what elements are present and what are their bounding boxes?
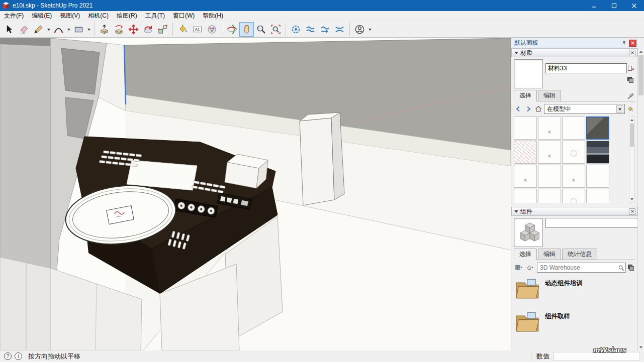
scroll-up-arrow[interactable] xyxy=(638,48,644,55)
menu-edit[interactable]: 编辑(E) xyxy=(28,11,56,21)
move-tool-button[interactable] xyxy=(126,22,141,37)
arc-tool-dropdown[interactable] xyxy=(66,22,71,37)
view-options-button[interactable] xyxy=(514,263,524,272)
paint-model-button[interactable] xyxy=(626,104,635,113)
material-swatch[interactable] xyxy=(514,116,537,140)
followme-tool-button[interactable] xyxy=(112,22,126,37)
styles-tool-button[interactable] xyxy=(205,22,219,37)
account-button[interactable] xyxy=(352,22,367,37)
components-pane-button[interactable] xyxy=(627,263,635,272)
material-swatch[interactable] xyxy=(562,116,585,140)
materials-section-body: 选择 编辑 xyxy=(511,57,637,205)
component-name-input[interactable] xyxy=(545,218,639,228)
rectangle-tool-button[interactable] xyxy=(71,22,86,37)
info-icon[interactable]: i xyxy=(15,352,22,360)
material-swatch[interactable] xyxy=(562,141,585,164)
menu-camera[interactable]: 相机(C) xyxy=(84,11,113,21)
material-swatch[interactable] xyxy=(538,116,561,140)
cabinet-panel[interactable] xyxy=(61,48,100,94)
materials-section-header[interactable]: 材质 xyxy=(511,48,637,57)
pushpull-tool-button[interactable] xyxy=(97,22,112,37)
help-icon[interactable]: ? xyxy=(4,352,12,360)
viewport[interactable] xyxy=(0,38,511,350)
scroll-down-arrow[interactable] xyxy=(629,196,634,202)
material-swatch[interactable] xyxy=(586,141,609,164)
menu-tools[interactable]: 工具(T) xyxy=(141,11,169,21)
speaker-box[interactable] xyxy=(300,112,344,205)
close-button[interactable] xyxy=(624,0,644,11)
section-display-toggle-button[interactable] xyxy=(303,22,318,37)
components-tab-select[interactable]: 选择 xyxy=(514,249,537,260)
desk-box[interactable] xyxy=(225,154,268,188)
minimize-button[interactable] xyxy=(584,0,604,11)
panel-pin-button[interactable] xyxy=(620,39,628,47)
viewport-3d-scene[interactable] xyxy=(0,38,511,350)
menu-view[interactable]: 视图(V) xyxy=(56,11,84,21)
eraser-tool-button[interactable] xyxy=(17,22,31,37)
measurement-input[interactable] xyxy=(554,352,640,360)
panel-close-button[interactable] xyxy=(629,40,636,47)
menu-window[interactable]: 窗口(W) xyxy=(169,11,199,21)
maximize-button[interactable] xyxy=(604,0,624,11)
secondary-pane-icon xyxy=(627,264,634,271)
menu-file[interactable]: 文件(F) xyxy=(0,11,28,21)
forward-button[interactable] xyxy=(524,104,533,113)
materials-tab-select[interactable]: 选择 xyxy=(514,90,537,101)
material-swatch[interactable] xyxy=(514,189,537,203)
components-tab-edit[interactable]: 编辑 xyxy=(538,249,561,260)
scale-tool-button[interactable] xyxy=(155,22,170,37)
back-button[interactable] xyxy=(514,104,523,113)
menu-draw[interactable]: 绘图(R) xyxy=(113,11,141,21)
text-tool-button[interactable]: A1 xyxy=(190,22,205,37)
material-swatch-selected[interactable] xyxy=(586,116,609,140)
material-swatch[interactable] xyxy=(562,189,585,203)
section-cuts-toggle-button[interactable] xyxy=(318,22,332,37)
materials-scope-dropdown[interactable]: 在模型中 xyxy=(544,104,625,114)
secondary-pane-icon xyxy=(627,76,634,83)
material-swatch[interactable] xyxy=(538,165,561,188)
cabinet-doors[interactable] xyxy=(0,257,50,350)
components-close-button[interactable] xyxy=(629,208,635,215)
pan-tool-button[interactable] xyxy=(239,22,254,37)
menu-help[interactable]: 帮助(H) xyxy=(199,11,227,21)
arc-tool-button[interactable] xyxy=(51,22,66,37)
section-fill-toggle-button[interactable] xyxy=(332,22,347,37)
scrollbar-thumb[interactable] xyxy=(630,124,634,147)
rotate-tool-button[interactable] xyxy=(141,22,155,37)
components-search-input[interactable] xyxy=(540,264,618,271)
components-section-header[interactable]: 组件 xyxy=(511,207,637,216)
material-swatch[interactable] xyxy=(586,165,609,188)
material-swatch[interactable] xyxy=(586,189,609,203)
zoom-extents-tool-button[interactable] xyxy=(268,22,283,37)
material-swatch[interactable] xyxy=(538,189,561,203)
secondary-pane-button[interactable] xyxy=(626,75,635,84)
material-name-input[interactable] xyxy=(545,63,627,73)
orbit-tool-button[interactable] xyxy=(225,22,239,37)
account-dropdown[interactable] xyxy=(367,22,373,37)
paint-bucket-tool-button[interactable] xyxy=(175,22,190,37)
line-tool-dropdown[interactable] xyxy=(46,22,51,37)
rectangle-tool-dropdown[interactable] xyxy=(86,22,91,37)
materials-home-button[interactable] xyxy=(534,104,543,113)
zoom-tool-button[interactable] xyxy=(254,22,268,37)
components-home-button[interactable] xyxy=(525,263,536,272)
panel-scrollbar[interactable] xyxy=(637,48,644,350)
create-material-button[interactable] xyxy=(627,64,635,73)
scroll-down-arrow[interactable] xyxy=(638,344,644,350)
section-plane-tool-button[interactable] xyxy=(289,22,303,37)
scrollbar-thumb[interactable] xyxy=(638,55,643,95)
scroll-up-arrow[interactable] xyxy=(629,117,634,123)
material-swatch[interactable] xyxy=(514,165,537,188)
materials-close-button[interactable] xyxy=(629,50,635,56)
materials-scrollbar[interactable] xyxy=(629,116,635,203)
material-swatch[interactable] xyxy=(562,165,585,188)
select-tool-button[interactable] xyxy=(2,22,17,37)
material-swatch[interactable] xyxy=(514,141,537,164)
component-list-item[interactable]: 组件取样 xyxy=(514,309,635,335)
materials-tab-edit[interactable]: 编辑 xyxy=(538,90,561,101)
material-swatch[interactable] xyxy=(538,141,561,164)
line-tool-button[interactable] xyxy=(31,22,46,37)
components-tab-statistics[interactable]: 统计信息 xyxy=(562,249,597,260)
sample-paint-button[interactable] xyxy=(626,92,635,101)
component-list-item[interactable]: 动态组件培训 xyxy=(514,276,635,302)
